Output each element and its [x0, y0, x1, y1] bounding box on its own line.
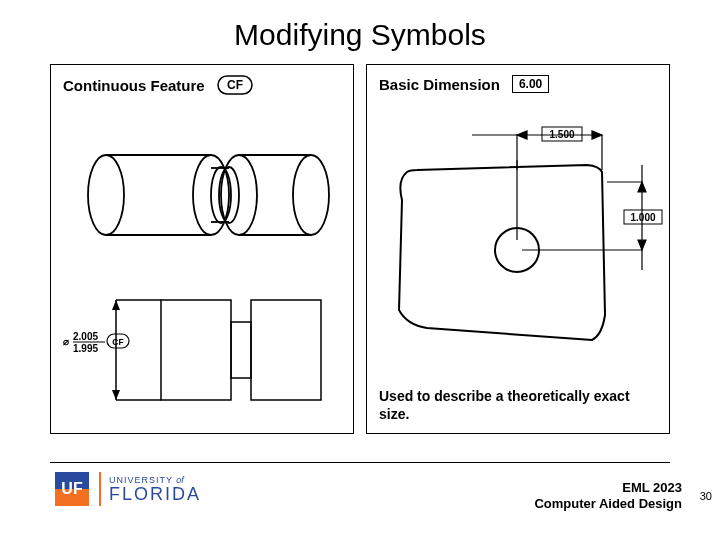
right-footer-text: Used to describe a theoretically exact s…: [379, 388, 657, 423]
panel-continuous-feature: Continuous Feature CF: [50, 64, 354, 434]
basic-dimension-symbol: 6.00: [512, 75, 549, 93]
uf-logo-divider: [99, 472, 101, 506]
cf-symbol-text: CF: [227, 78, 243, 92]
slide-title: Modifying Symbols: [0, 0, 720, 64]
course-label: EML 2023 Computer Aided Design: [534, 480, 682, 513]
svg-marker-9: [112, 390, 120, 400]
uf-of-word: of: [176, 475, 184, 485]
svg-rect-12: [161, 300, 231, 400]
left-header-text: Continuous Feature: [63, 77, 205, 94]
drawing-shaft-iso: [61, 120, 341, 280]
dim-v-value: 1.000: [630, 212, 655, 223]
panel-header-right: Basic Dimension 6.00: [379, 75, 549, 93]
right-header-text: Basic Dimension: [379, 76, 500, 93]
svg-point-1: [88, 155, 124, 235]
dim-dia-symbol: ⌀: [63, 336, 69, 347]
svg-marker-24: [638, 182, 646, 192]
drawing-basic-dim: 1.500 1.000: [377, 110, 667, 360]
panel-basic-dimension: Basic Dimension 6.00 1.500: [366, 64, 670, 434]
svg-rect-13: [231, 322, 251, 378]
cf-symbol-icon: CF: [217, 75, 253, 95]
uf-logo: UF UNIVERSITY of FLORIDA: [55, 472, 201, 506]
uf-logo-mark: UF: [55, 472, 89, 506]
page-number: 30: [700, 490, 712, 502]
uf-university-word: UNIVERSITY: [109, 475, 176, 485]
dim-upper: 2.005: [73, 331, 98, 342]
dim-lower: 1.995: [73, 343, 98, 354]
panel-header-left: Continuous Feature CF: [63, 75, 253, 95]
svg-marker-8: [112, 300, 120, 310]
course-code: EML 2023: [534, 480, 682, 496]
svg-marker-19: [592, 131, 602, 139]
dim-cf-label: CF: [112, 337, 123, 347]
svg-point-6: [293, 155, 329, 235]
uf-logo-text: UNIVERSITY of FLORIDA: [109, 476, 201, 503]
drawing-shaft-ortho: ⌀ 2.005 1.995 CF: [61, 290, 351, 425]
uf-florida-word: FLORIDA: [109, 485, 201, 503]
course-name: Computer Aided Design: [534, 496, 682, 512]
dim-h-value: 1.500: [549, 129, 574, 140]
svg-marker-25: [638, 240, 646, 250]
footer-rule: [50, 462, 670, 463]
svg-marker-18: [517, 131, 527, 139]
svg-rect-14: [251, 300, 321, 400]
panel-row: Continuous Feature CF: [0, 64, 720, 434]
